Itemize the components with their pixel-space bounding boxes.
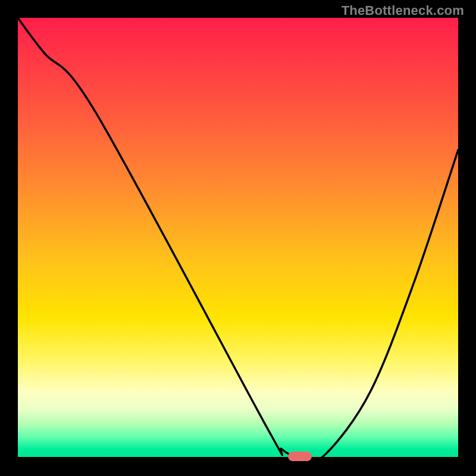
bottleneck-curve: [18, 18, 458, 458]
frame: TheBottleneck.com: [0, 0, 476, 476]
watermark-text: TheBottleneck.com: [342, 3, 464, 18]
curve-path: [18, 18, 458, 461]
plot-area: [18, 18, 458, 458]
optimal-marker: [288, 452, 312, 461]
